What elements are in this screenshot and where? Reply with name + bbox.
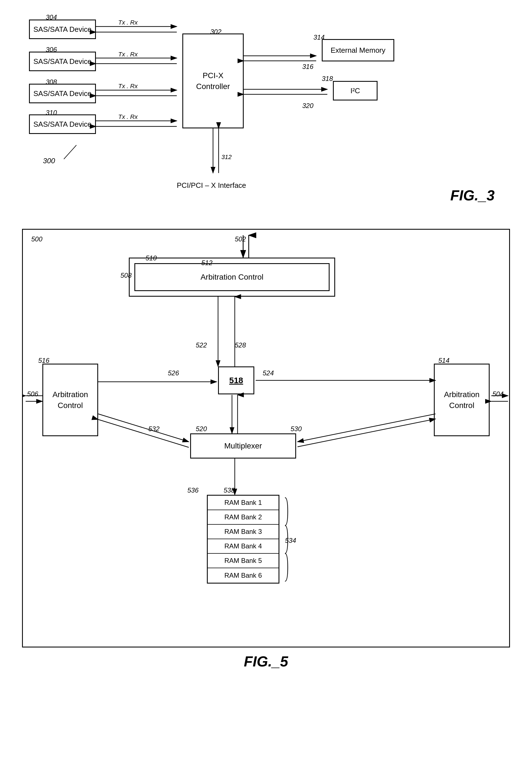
num-536: 536 — [187, 486, 199, 494]
num-314: 314 — [313, 33, 325, 41]
i2c-label: I²C — [350, 86, 360, 95]
ext-memory-box: External Memory — [322, 39, 394, 61]
sas-device-3-box: SAS/SATA Device — [29, 84, 96, 103]
svg-line-37 — [298, 414, 436, 442]
num-302: 302 — [210, 28, 221, 36]
sas-device-4-label: SAS/SATA Device — [33, 120, 92, 129]
sas-device-3-label: SAS/SATA Device — [33, 89, 92, 98]
num-510: 510 — [146, 254, 157, 262]
pci-controller-label: PCI-X Controller — [196, 70, 230, 92]
svg-line-38 — [298, 419, 436, 447]
num-304: 304 — [46, 13, 57, 21]
sas-device-2-box: SAS/SATA Device — [29, 52, 96, 71]
svg-line-35 — [98, 414, 189, 442]
ram-bank-5: RAM Bank 5 — [208, 554, 279, 568]
page-container: SAS/SATA Device 304 SAS/SATA Device 306 … — [0, 0, 532, 775]
arb-control-right-box: Arbitration Control — [434, 364, 490, 436]
svg-text:Tx . Rx: Tx . Rx — [118, 19, 138, 26]
ram-bank-3: RAM Bank 3 — [208, 525, 279, 539]
arb-top-label: Arbitration Control — [200, 273, 263, 282]
num-320: 320 — [302, 102, 313, 110]
num-502: 502 — [235, 235, 246, 243]
num-500: 500 — [31, 235, 42, 243]
num-522: 522 — [196, 341, 207, 349]
fig5-wrapper: Arbitration Control Arbitration Control … — [15, 229, 517, 670]
svg-text:Tx . Rx: Tx . Rx — [118, 113, 138, 120]
fig5-diagram: Arbitration Control Arbitration Control … — [22, 229, 510, 648]
sas-device-1-box: SAS/SATA Device — [29, 20, 96, 39]
ext-memory-label: External Memory — [331, 46, 386, 55]
svg-line-22 — [64, 145, 76, 159]
arb-control-left-box: Arbitration Control — [42, 364, 98, 436]
num-306: 306 — [46, 46, 57, 54]
num-310: 310 — [46, 109, 57, 117]
num-508: 508 — [120, 272, 132, 279]
num-516: 516 — [38, 357, 49, 364]
arb-right-label: Arbitration Control — [444, 389, 480, 411]
sas-device-1-label: SAS/SATA Device — [33, 25, 92, 34]
num-318: 318 — [322, 75, 333, 83]
num-524: 524 — [263, 369, 274, 377]
pci-interface-text: PCI/PCI – X Interface — [177, 181, 246, 189]
pci-interface-label: PCI/PCI – X Interface — [177, 181, 246, 190]
num-504: 504 — [492, 390, 504, 398]
num-534: 534 — [285, 537, 296, 544]
fig3-diagram: SAS/SATA Device 304 SAS/SATA Device 306 … — [15, 11, 517, 207]
multiplexer-box: Multiplexer — [190, 433, 296, 458]
num-538: 538 — [224, 486, 235, 494]
svg-text:Tx . Rx: Tx . Rx — [118, 83, 138, 90]
num-512: 512 — [201, 259, 212, 267]
pci-controller-box: PCI-X Controller — [182, 33, 244, 128]
multiplexer-label: Multiplexer — [224, 441, 262, 450]
fig5-title: FIG._5 — [15, 653, 517, 670]
num-506: 506 — [27, 390, 38, 398]
num-520: 520 — [196, 425, 207, 433]
ram-bank-1: RAM Bank 1 — [208, 496, 279, 510]
num-532: 532 — [148, 425, 159, 433]
num-514: 514 — [438, 357, 449, 364]
num-530: 530 — [291, 425, 302, 433]
fig3-arrows: Tx . Rx Tx . Rx Tx . Rx Tx . Rx 312 — [15, 11, 517, 207]
num-528: 528 — [235, 341, 246, 349]
svg-line-36 — [98, 419, 189, 447]
ram-bank-6: RAM Bank 6 — [208, 568, 279, 583]
fig3-title: FIG._3 — [450, 187, 495, 204]
num-526: 526 — [168, 369, 179, 377]
center-518-label: 518 — [229, 376, 243, 385]
center-518-box: 518 — [218, 366, 254, 394]
num-308: 308 — [46, 78, 57, 86]
ram-bank-2: RAM Bank 2 — [208, 510, 279, 525]
sas-device-2-label: SAS/SATA Device — [33, 57, 92, 66]
svg-text:Tx . Rx: Tx . Rx — [118, 51, 138, 58]
num-316: 316 — [302, 63, 313, 71]
i2c-box: I²C — [333, 81, 378, 100]
ram-banks-container: RAM Bank 1 RAM Bank 2 RAM Bank 3 RAM Ban… — [207, 495, 279, 584]
arb-left-label: Arbitration Control — [52, 389, 88, 411]
arb-control-top-box: Arbitration Control — [134, 263, 330, 291]
svg-text:300: 300 — [43, 156, 55, 165]
sas-device-4-box: SAS/SATA Device — [29, 114, 96, 134]
svg-text:312: 312 — [221, 153, 232, 160]
ram-bank-4: RAM Bank 4 — [208, 539, 279, 554]
